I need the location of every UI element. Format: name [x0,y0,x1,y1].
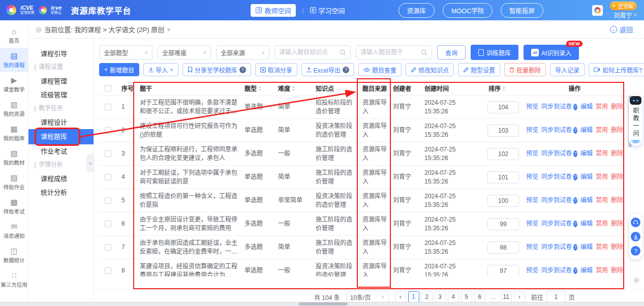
help-circle-icon[interactable]: ? [573,197,577,204]
select-all-checkbox[interactable] [105,85,111,91]
help-circle-icon[interactable]: ? [573,104,577,110]
delete-link[interactable]: 删除 [611,149,623,158]
sort-input[interactable] [487,218,519,230]
edit-knowledge-button[interactable]: 修改知识点 [406,63,454,76]
page-button-6[interactable]: 6 [474,291,485,302]
sidebar-item-my-courses[interactable]: ▤ 我的课程 [0,48,28,72]
edit-link[interactable]: 编辑 [580,243,593,252]
chevron-down-icon[interactable]: ∨ [167,26,170,32]
page-button-1[interactable]: 1 [408,291,419,302]
share-to-school-bank-button[interactable]: 分享至学校题库 ? [182,63,251,76]
how-to-upload-button[interactable]: 如何上传题库? [589,63,644,76]
disable-link[interactable]: 禁用 [596,220,608,228]
excel-export-button[interactable]: Excel导出 ? [301,63,354,76]
learning-space-tab[interactable]: 宜 学习空间 [310,6,345,15]
sync-to-paper-link[interactable]: 同步到试卷 [541,149,572,158]
knowledge-search-input[interactable] [279,49,338,56]
row-checkbox[interactable] [105,127,111,134]
edit-link[interactable]: 编辑 [580,196,593,205]
row-checkbox[interactable] [105,104,111,110]
page-ellipsis[interactable]: ... [487,291,499,302]
delete-link[interactable]: 删除 [611,126,623,135]
page-button-2[interactable]: 2 [421,291,433,302]
row-checkbox[interactable] [105,221,111,227]
sidebar-item-pending-homework[interactable]: ▨ 待批作业 [0,170,28,194]
edit-link[interactable]: 编辑 [580,220,593,228]
goto-page-input[interactable] [546,291,566,302]
preview-link[interactable]: 预览 [526,126,538,135]
sidebar-collapse-handle[interactable]: « [86,154,95,173]
disable-link[interactable]: 禁用 [596,103,608,111]
sort-input[interactable] [487,241,519,254]
edit-link[interactable]: 编辑 [580,266,593,275]
page-button-4[interactable]: 4 [448,291,459,302]
mooc-academy-link[interactable]: MOOC学院 [443,3,493,18]
ai-assistant-widget[interactable]: 职教一问 [629,95,642,146]
submenu-item-course-grades[interactable]: 课程成绩 [28,172,94,186]
sort-carets-icon[interactable]: ▲▼ [502,85,505,91]
close-float-icon[interactable]: ⊗ [633,276,639,284]
sync-to-paper-link[interactable]: 同步到试卷 [541,103,572,111]
sort-carets-icon[interactable]: ▲▼ [258,85,261,91]
question-type-select[interactable]: 全部题型 ∨ [99,45,152,59]
sync-to-paper-link[interactable]: 同步到试卷 [541,196,572,205]
row-checkbox[interactable] [105,244,111,251]
import-record-button[interactable]: 导入记录 [550,63,585,76]
prev-page-button[interactable]: ‹ [395,291,406,302]
duplicate-check-button[interactable]: 题目查重 [358,63,402,76]
help-circle-icon[interactable]: ? [573,221,577,227]
help-circle-icon[interactable]: ? [573,267,577,274]
edit-link[interactable]: 编辑 [580,149,593,158]
submenu-item-course-design[interactable]: 课程设计 [28,115,94,129]
edit-link[interactable]: 编辑 [580,126,593,135]
ai-recognition-button[interactable]: AI AI识别录入 NEW [524,45,579,60]
sidebar-item-third-party-apps[interactable]: ∷ 第三方应用 [0,267,28,292]
help-circle-icon[interactable]: ? [573,174,577,180]
disable-link[interactable]: 禁用 [596,266,608,275]
delete-link[interactable]: 删除 [611,173,623,181]
help-circle-icon[interactable]: ? [573,150,577,157]
page-button-11[interactable]: 11 [501,291,512,302]
preview-link[interactable]: 预览 [526,220,538,228]
disable-link[interactable]: 禁用 [596,173,608,181]
delete-link[interactable]: 删除 [611,243,623,252]
disable-link[interactable]: 禁用 [596,243,608,252]
submenu-item-class-management[interactable]: 班级管理 [28,88,94,102]
preview-link[interactable]: 预览 [526,243,538,252]
sidebar-item-my-resources[interactable]: ▥ 我的资源 [0,97,28,121]
preview-link[interactable]: 预览 [526,266,538,275]
row-checkbox[interactable] [105,174,111,180]
help-circle-icon[interactable]: ? [343,67,349,73]
disable-link[interactable]: 禁用 [596,149,608,158]
preview-link[interactable]: 预览 [526,173,538,181]
back-button[interactable]: ← 返回 [610,24,633,34]
stem-search-input[interactable] [360,49,419,56]
sync-to-paper-link[interactable]: 同步到试卷 [541,220,572,228]
preview-link[interactable]: 预览 [526,196,538,205]
sort-input[interactable] [487,125,519,137]
sidebar-item-home[interactable]: ⌂ 首页 [0,23,28,48]
submenu-item-course-guide[interactable]: 课程引导 [28,47,94,60]
user-menu[interactable]: 刘育宁 ∨ [614,11,637,19]
help-button[interactable]: ? [631,246,640,256]
delete-link[interactable]: 删除 [611,103,623,111]
sync-to-paper-link[interactable]: 同步到试卷 [541,243,572,252]
submenu-item-course-question-bank[interactable]: 课程题库 [28,129,94,144]
preview-link[interactable]: 预览 [526,103,538,111]
next-page-button[interactable]: › [514,291,525,302]
page-button-3[interactable]: 3 [435,291,446,302]
edit-link[interactable]: 编辑 [580,103,593,111]
sync-to-paper-link[interactable]: 同步到试卷 [541,266,572,275]
teacher-space-tab[interactable]: 岳 教师空间 [251,4,296,17]
horizontal-scrollbar-thumb[interactable] [299,302,348,305]
help-circle-icon[interactable]: ? [239,67,246,73]
edit-link[interactable]: 编辑 [580,173,593,181]
sort-input[interactable] [487,265,519,277]
sidebar-item-messages[interactable]: ✉ 消息通知 [0,219,28,243]
delete-link[interactable]: 删除 [611,220,623,228]
sort-input[interactable] [487,195,519,207]
difficulty-select[interactable]: 全部难度 ∨ [158,45,211,59]
customer-service-button[interactable] [631,218,640,227]
sort-carets-icon[interactable]: ▲▼ [292,85,295,91]
smart-cast-link[interactable]: 智能投屏 [501,3,543,18]
